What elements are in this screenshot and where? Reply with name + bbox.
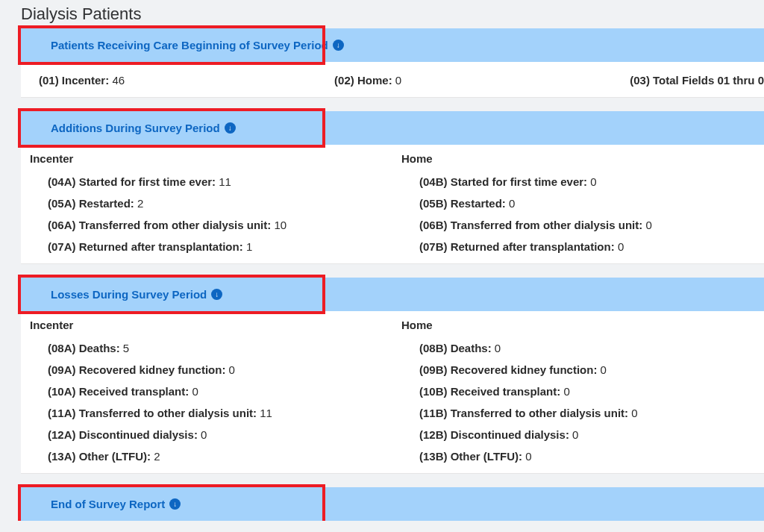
section-header-additions: Additions During Survey Period ↓: [21, 111, 764, 145]
row-label: (06A) Transferred from other dialysis un…: [48, 219, 271, 231]
section-header-losses: Losses During Survey Period ↓: [21, 278, 764, 311]
row-value: 2: [154, 450, 160, 463]
section-header-label: End of Survey Report: [51, 498, 165, 510]
section-end-report: End of Survey Report ↓: [0, 487, 764, 521]
section-header-label: Losses During Survey Period: [51, 288, 207, 301]
row-label: (05A) Restarted:: [48, 197, 134, 210]
chevron-down-icon: ↓: [211, 289, 222, 300]
section-toggle-receiving[interactable]: Patients Receiving Care Beginning of Sur…: [51, 39, 344, 51]
row-label: (10A) Received transplant:: [48, 385, 189, 398]
row-label: (08B) Deaths:: [419, 342, 492, 354]
row-label: (12A) Discontinued dialysis:: [48, 428, 198, 441]
list-item: (13A) Other (LTFU): 2: [30, 445, 392, 467]
field-02-value: 0: [395, 74, 401, 87]
incenter-heading: Incenter: [30, 319, 392, 331]
list-item: (05A) Restarted: 2: [30, 193, 392, 214]
list-item: (11A) Transferred to other dialysis unit…: [30, 402, 392, 424]
list-item: (08A) Deaths: 5: [30, 337, 392, 359]
row-value: 0: [601, 363, 607, 376]
row-label: (08A) Deaths:: [48, 342, 120, 354]
section-receiving-care: Patients Receiving Care Beginning of Sur…: [0, 28, 764, 98]
list-item: (10A) Received transplant: 0: [30, 381, 392, 402]
row-value: 0: [192, 385, 198, 398]
row-label: (10B) Received transplant:: [419, 385, 560, 398]
list-item: (05B) Restarted: 0: [401, 193, 764, 214]
incenter-heading: Incenter: [30, 152, 392, 165]
row-label: (07A) Returned after transplantation:: [48, 240, 243, 253]
row-label: (11B) Transferred to other dialysis unit…: [419, 407, 628, 419]
row-value: 0: [201, 428, 207, 441]
list-item: (13B) Other (LTFU): 0: [401, 445, 764, 467]
row-value: 0: [590, 175, 596, 188]
row-label: (09A) Recovered kidney function:: [48, 363, 225, 376]
row-value: 10: [274, 219, 286, 231]
row-label: (07B) Returned after transplantation:: [419, 240, 615, 253]
list-item: (12A) Discontinued dialysis: 0: [30, 424, 392, 445]
row-value: 11: [219, 175, 231, 188]
row-value: 0: [572, 428, 578, 441]
field-03-label: (03) Total Fields 01 thru 0: [630, 74, 764, 87]
list-item: (04B) Started for first time ever: 0: [401, 171, 764, 193]
list-item: (07A) Returned after transplantation: 1: [30, 236, 392, 257]
row-label: (04B) Started for first time ever:: [419, 175, 587, 188]
row-value: 1: [246, 240, 252, 253]
row-label: (05B) Restarted:: [419, 197, 506, 210]
row-label: (12B) Discontinued dialysis:: [419, 428, 569, 441]
section-toggle-losses[interactable]: Losses During Survey Period ↓: [51, 288, 222, 301]
field-01-label: (01) Incenter:: [39, 74, 109, 87]
section-additions: Additions During Survey Period ↓ Incente…: [0, 111, 764, 264]
field-02-label: (02) Home:: [334, 74, 392, 87]
row-label: (06B) Transferred from other dialysis un…: [419, 219, 642, 231]
list-item: (06A) Transferred from other dialysis un…: [30, 214, 392, 236]
row-label: (13B) Other (LTFU):: [419, 450, 522, 463]
chevron-down-icon: ↓: [225, 122, 236, 134]
row-label: (11A) Transferred to other dialysis unit…: [48, 407, 257, 419]
section-header-label: Additions During Survey Period: [51, 122, 220, 134]
row-value: 0: [509, 197, 515, 210]
row-label: (13A) Other (LTFU):: [48, 450, 151, 463]
row-label: (09B) Recovered kidney function:: [419, 363, 597, 376]
receiving-row: (01) Incenter: 46 (02) Home: 0 (03) Tota…: [21, 69, 764, 91]
chevron-down-icon: ↓: [169, 498, 181, 510]
section-header-end: End of Survey Report ↓: [21, 487, 764, 521]
row-value: 0: [618, 240, 624, 253]
field-01-value: 46: [112, 74, 125, 87]
section-header-receiving: Patients Receiving Care Beginning of Sur…: [21, 28, 764, 62]
list-item: (12B) Discontinued dialysis: 0: [401, 424, 764, 445]
section-toggle-additions[interactable]: Additions During Survey Period ↓: [51, 122, 236, 134]
list-item: (09A) Recovered kidney function: 0: [30, 359, 392, 381]
row-value: 5: [123, 342, 129, 354]
section-toggle-end[interactable]: End of Survey Report ↓: [51, 498, 181, 510]
home-heading: Home: [401, 152, 764, 165]
row-value: 0: [563, 385, 569, 398]
section-header-label: Patients Receiving Care Beginning of Sur…: [51, 39, 328, 51]
list-item: (09B) Recovered kidney function: 0: [401, 359, 764, 381]
row-value: 0: [645, 219, 651, 231]
list-item: (04A) Started for first time ever: 11: [30, 171, 392, 193]
row-value: 0: [631, 407, 637, 419]
chevron-down-icon: ↓: [333, 40, 344, 51]
list-item: (06B) Transferred from other dialysis un…: [401, 214, 764, 236]
section-losses: Losses During Survey Period ↓ Incenter (…: [0, 278, 764, 474]
row-label: (04A) Started for first time ever:: [48, 175, 216, 188]
row-value: 11: [260, 407, 272, 419]
row-value: 0: [525, 450, 531, 463]
row-value: 0: [495, 342, 501, 354]
list-item: (07B) Returned after transplantation: 0: [401, 236, 764, 257]
row-value: 0: [229, 363, 235, 376]
home-heading: Home: [401, 319, 764, 331]
page-title: Dialysis Patients: [21, 4, 764, 24]
list-item: (08B) Deaths: 0: [401, 337, 764, 359]
list-item: (10B) Received transplant: 0: [401, 381, 764, 402]
row-value: 2: [137, 197, 143, 210]
list-item: (11B) Transferred to other dialysis unit…: [401, 402, 764, 424]
